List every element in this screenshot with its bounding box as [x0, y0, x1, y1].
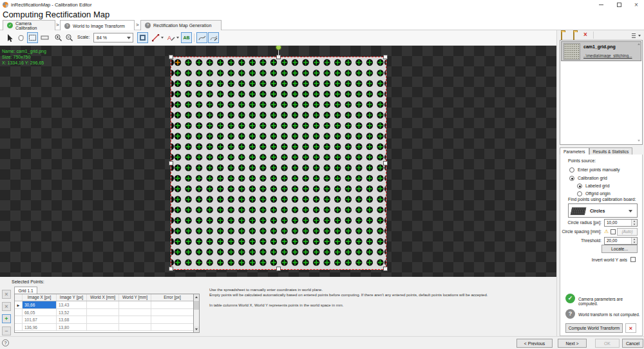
table-cell[interactable] — [87, 324, 119, 331]
table-cell[interactable] — [87, 301, 119, 308]
table-cell[interactable] — [119, 309, 151, 316]
table-cell[interactable] — [151, 301, 193, 308]
table-row[interactable]: 136,96 13,80 — [15, 324, 193, 332]
table-cell[interactable] — [151, 324, 193, 331]
radio-offgrid-origin[interactable] — [577, 191, 582, 196]
remove-image-button[interactable]: × — [583, 31, 587, 38]
spinner-arrows[interactable] — [631, 238, 637, 244]
previous-button[interactable]: < Previous — [516, 339, 553, 348]
table-row[interactable]: 101,67 13,68 — [15, 316, 193, 324]
table-cell[interactable]: 101,67 — [23, 316, 57, 323]
invert-world-y-checkbox[interactable] — [630, 257, 636, 262]
delete-point-button[interactable]: × — [2, 290, 11, 299]
grid-tab[interactable]: Grid 1.1 — [14, 287, 37, 294]
file-path-link[interactable]: ..\media\image_stitching... — [583, 53, 632, 58]
table-cell[interactable]: 66,05 — [23, 309, 57, 316]
circle-spacing-auto-field[interactable]: (Auto) — [617, 228, 638, 236]
table-cell[interactable] — [151, 309, 193, 316]
radio-calibration-grid[interactable] — [569, 176, 574, 181]
table-cell[interactable]: 13,43 — [57, 301, 87, 308]
table-cell[interactable] — [119, 316, 151, 323]
zoom-in-tool[interactable] — [53, 32, 63, 43]
scroll-up-button[interactable] — [194, 294, 199, 300]
selection-handle[interactable] — [169, 55, 173, 59]
curve-edit-toggle[interactable] — [208, 32, 219, 43]
add-point-button[interactable]: + — [2, 314, 11, 323]
view-options-button[interactable] — [632, 33, 641, 38]
region-select-tool[interactable] — [27, 32, 38, 43]
table-row[interactable]: ▶ 30,66 13,43 — [15, 301, 193, 309]
column-header[interactable]: World X [mm] — [87, 294, 119, 301]
spinner-arrows[interactable] — [631, 220, 637, 226]
select-cursor-tool[interactable] — [4, 32, 15, 43]
tab-rectification-map-generation[interactable]: ? Rectification Map Generation — [140, 20, 222, 30]
tab-camera-calibration[interactable]: ✓ Camera Calibration — [3, 20, 55, 30]
column-header[interactable]: Image X [px] — [23, 294, 57, 301]
selection-handle[interactable] — [383, 55, 388, 59]
remove-point-button[interactable]: − — [2, 326, 11, 335]
zoom-out-tool[interactable] — [64, 32, 74, 43]
column-header[interactable]: World Y [mm] — [119, 294, 151, 301]
next-button[interactable]: Next > — [558, 339, 587, 348]
image-canvas[interactable]: Name: cam1_grid.png Size: 750x750 X: 133… — [0, 46, 556, 277]
selection-handle[interactable] — [169, 267, 173, 271]
file-name: cam1_grid.png — [583, 44, 616, 49]
column-header[interactable]: Image Y [px] — [57, 294, 87, 301]
measure-line-tool[interactable] — [150, 32, 164, 43]
circle-radius-input[interactable]: 10,00 — [604, 219, 638, 227]
invert-world-y-label: Invert world Y axis — [560, 258, 627, 262]
table-cell[interactable] — [119, 301, 151, 308]
threshold-input[interactable]: 20,00 — [604, 237, 638, 245]
table-cell[interactable]: 13,80 — [57, 324, 87, 331]
clear-transform-button[interactable]: × — [625, 323, 636, 333]
minimize-button[interactable] — [593, 0, 609, 10]
maximize-button[interactable] — [611, 0, 627, 10]
scrollbar-thumb[interactable] — [194, 301, 199, 310]
selection-handle[interactable] — [383, 161, 388, 165]
compute-world-transform-button[interactable]: Compute World Transform — [565, 323, 623, 333]
delete-icon: × — [5, 303, 8, 310]
annotate-tool[interactable]: A — [166, 32, 180, 43]
list-scroll-down[interactable] — [636, 138, 641, 144]
tab-world-to-image-transform[interactable]: ? World to Image Transform — [60, 20, 135, 31]
selection-handle[interactable] — [383, 267, 388, 271]
file-list-item-selected[interactable]: cam1_grid.png ..\media\image_stitching..… — [561, 41, 641, 61]
table-cell[interactable]: 13,52 — [57, 309, 87, 316]
delete-all-points-button[interactable]: × — [2, 302, 11, 311]
selection-handle[interactable] — [169, 161, 173, 165]
row-marker-header — [15, 294, 23, 301]
scroll-down-button[interactable] — [194, 326, 199, 332]
help-button[interactable]: ? — [2, 339, 9, 346]
column-header[interactable]: Error [px] — [151, 294, 193, 301]
table-cell[interactable]: 136,96 — [23, 324, 57, 331]
board-type-dropdown[interactable]: Circles — [568, 203, 638, 218]
image-file-list[interactable]: cam1_grid.png ..\media\image_stitching..… — [560, 40, 643, 145]
line-select-tool[interactable] — [39, 32, 50, 43]
table-cell[interactable] — [87, 309, 119, 316]
rotation-handle[interactable] — [276, 46, 281, 50]
selection-handle[interactable] — [276, 267, 281, 271]
table-cell-selected[interactable]: 30,66 — [23, 301, 57, 308]
scale-combo[interactable]: 84 % — [93, 33, 133, 42]
radio-labeled-grid[interactable] — [577, 184, 582, 189]
circle-spacing-checkbox[interactable] — [611, 229, 616, 234]
fit-to-window-tool[interactable] — [137, 32, 148, 43]
list-scroll-up[interactable] — [636, 41, 641, 47]
curve-overlay-toggle[interactable] — [196, 32, 207, 43]
table-cell[interactable] — [87, 316, 119, 323]
minus-icon: − — [5, 328, 8, 334]
table-cell[interactable]: 13,68 — [57, 316, 87, 323]
locate-button[interactable]: Locate... — [601, 245, 638, 253]
table-cell[interactable] — [119, 324, 151, 331]
table-cell[interactable] — [151, 316, 193, 323]
annotation-pen-icon: A — [167, 33, 175, 42]
table-scrollbar[interactable] — [194, 294, 200, 333]
table-row[interactable]: 66,05 13,52 — [15, 309, 193, 317]
labels-toggle[interactable]: AB — [181, 32, 192, 43]
calibration-grid-image[interactable] — [171, 57, 386, 270]
close-button[interactable]: × — [629, 0, 644, 10]
cancel-button[interactable]: Cancel — [622, 339, 643, 348]
ok-button-disabled[interactable]: OK — [595, 339, 620, 348]
radio-enter-points-manually[interactable] — [569, 167, 574, 173]
pan-tool[interactable] — [15, 32, 26, 43]
